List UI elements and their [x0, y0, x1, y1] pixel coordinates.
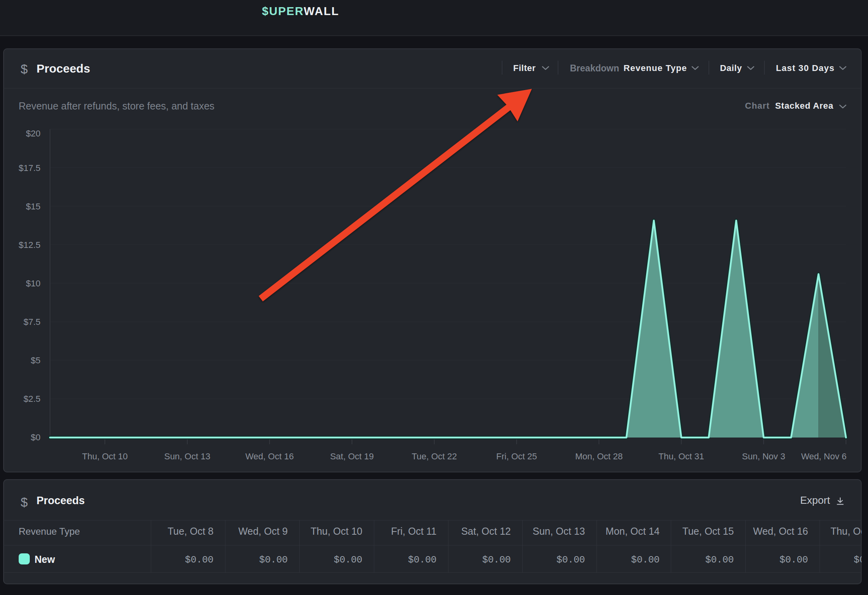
svg-text:Wed, Nov 6: Wed, Nov 6 — [801, 451, 847, 461]
svg-text:Thu, Oct 31: Thu, Oct 31 — [658, 451, 704, 461]
svg-text:$20: $20 — [26, 129, 40, 138]
svg-text:Mon, Oct 28: Mon, Oct 28 — [575, 451, 623, 461]
svg-text:$15: $15 — [26, 202, 40, 211]
svg-text:$12.5: $12.5 — [19, 240, 40, 250]
svg-text:$10: $10 — [26, 278, 40, 288]
svg-text:Thu, Oct 10: Thu, Oct 10 — [82, 451, 128, 461]
svg-text:$5: $5 — [31, 355, 40, 365]
svg-text:Sun, Oct 13: Sun, Oct 13 — [164, 451, 210, 461]
svg-text:Fri, Oct 25: Fri, Oct 25 — [496, 451, 537, 461]
svg-text:$7.5: $7.5 — [23, 317, 40, 327]
svg-text:Sun, Nov 3: Sun, Nov 3 — [742, 451, 785, 461]
svg-text:Tue, Oct 22: Tue, Oct 22 — [412, 451, 457, 461]
svg-text:Wed, Oct 16: Wed, Oct 16 — [245, 451, 294, 461]
svg-text:$0: $0 — [31, 432, 40, 442]
svg-text:$17.5: $17.5 — [19, 163, 40, 173]
svg-text:$2.5: $2.5 — [23, 394, 40, 404]
svg-text:Sat, Oct 19: Sat, Oct 19 — [330, 451, 374, 461]
